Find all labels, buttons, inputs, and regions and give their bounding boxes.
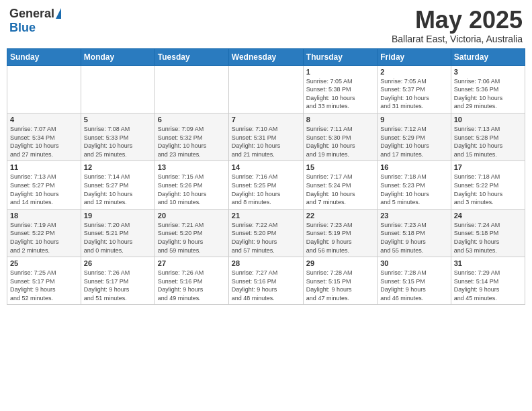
weekday-header-sunday: Sunday bbox=[7, 48, 81, 65]
day-info: Sunrise: 7:28 AM Sunset: 5:15 PM Dayligh… bbox=[306, 269, 374, 302]
weekday-header-tuesday: Tuesday bbox=[154, 48, 228, 65]
day-number: 20 bbox=[158, 212, 226, 220]
calendar-cell: 16Sunrise: 7:18 AM Sunset: 5:23 PM Dayli… bbox=[378, 161, 451, 209]
day-number: 7 bbox=[232, 116, 300, 124]
day-number: 24 bbox=[454, 212, 522, 220]
day-number: 25 bbox=[10, 259, 78, 267]
day-info: Sunrise: 7:12 AM Sunset: 5:29 PM Dayligh… bbox=[380, 125, 447, 158]
calendar-cell: 11Sunrise: 7:13 AM Sunset: 5:27 PM Dayli… bbox=[7, 161, 81, 209]
calendar-cell: 19Sunrise: 7:20 AM Sunset: 5:21 PM Dayli… bbox=[81, 209, 154, 257]
calendar-cell: 31Sunrise: 7:29 AM Sunset: 5:14 PM Dayli… bbox=[451, 257, 525, 305]
calendar-cell bbox=[154, 65, 228, 113]
day-info: Sunrise: 7:23 AM Sunset: 5:18 PM Dayligh… bbox=[380, 221, 447, 255]
title-area: May 2025 Ballarat East, Victoria, Austra… bbox=[392, 7, 523, 44]
calendar-cell: 8Sunrise: 7:11 AM Sunset: 5:30 PM Daylig… bbox=[303, 113, 377, 161]
calendar-week-row: 11Sunrise: 7:13 AM Sunset: 5:27 PM Dayli… bbox=[7, 161, 525, 209]
day-info: Sunrise: 7:07 AM Sunset: 5:34 PM Dayligh… bbox=[10, 125, 78, 158]
day-info: Sunrise: 7:14 AM Sunset: 5:27 PM Dayligh… bbox=[84, 173, 152, 206]
weekday-header-monday: Monday bbox=[81, 48, 154, 65]
calendar-cell: 20Sunrise: 7:21 AM Sunset: 5:20 PM Dayli… bbox=[154, 209, 228, 257]
calendar-cell: 9Sunrise: 7:12 AM Sunset: 5:29 PM Daylig… bbox=[378, 113, 451, 161]
calendar-week-row: 18Sunrise: 7:19 AM Sunset: 5:22 PM Dayli… bbox=[7, 209, 525, 257]
day-number: 30 bbox=[380, 259, 447, 267]
calendar-cell bbox=[7, 65, 81, 113]
calendar-cell: 21Sunrise: 7:22 AM Sunset: 5:20 PM Dayli… bbox=[228, 209, 303, 257]
weekday-header-saturday: Saturday bbox=[451, 48, 525, 65]
calendar-week-row: 25Sunrise: 7:25 AM Sunset: 5:17 PM Dayli… bbox=[7, 257, 525, 305]
calendar-week-row: 1Sunrise: 7:05 AM Sunset: 5:38 PM Daylig… bbox=[7, 65, 525, 113]
calendar-cell: 26Sunrise: 7:26 AM Sunset: 5:17 PM Dayli… bbox=[81, 257, 154, 305]
day-number: 22 bbox=[306, 212, 374, 220]
day-number: 8 bbox=[306, 116, 374, 124]
day-info: Sunrise: 7:18 AM Sunset: 5:23 PM Dayligh… bbox=[380, 173, 447, 206]
day-info: Sunrise: 7:15 AM Sunset: 5:26 PM Dayligh… bbox=[158, 173, 226, 206]
calendar-cell: 5Sunrise: 7:08 AM Sunset: 5:33 PM Daylig… bbox=[81, 113, 154, 161]
logo: General Blue bbox=[9, 7, 61, 35]
day-info: Sunrise: 7:29 AM Sunset: 5:14 PM Dayligh… bbox=[454, 269, 522, 302]
logo-blue-text: Blue bbox=[9, 21, 36, 35]
day-number: 23 bbox=[380, 212, 447, 220]
calendar-cell: 13Sunrise: 7:15 AM Sunset: 5:26 PM Dayli… bbox=[154, 161, 228, 209]
day-number: 28 bbox=[232, 259, 300, 267]
calendar-cell: 3Sunrise: 7:06 AM Sunset: 5:36 PM Daylig… bbox=[451, 65, 525, 113]
calendar-cell: 4Sunrise: 7:07 AM Sunset: 5:34 PM Daylig… bbox=[7, 113, 81, 161]
calendar-cell: 12Sunrise: 7:14 AM Sunset: 5:27 PM Dayli… bbox=[81, 161, 154, 209]
day-number: 2 bbox=[380, 68, 447, 76]
day-info: Sunrise: 7:24 AM Sunset: 5:18 PM Dayligh… bbox=[454, 221, 522, 255]
calendar-cell bbox=[228, 65, 303, 113]
calendar-cell: 6Sunrise: 7:09 AM Sunset: 5:32 PM Daylig… bbox=[154, 113, 228, 161]
day-info: Sunrise: 7:05 AM Sunset: 5:37 PM Dayligh… bbox=[380, 77, 447, 111]
day-info: Sunrise: 7:28 AM Sunset: 5:15 PM Dayligh… bbox=[380, 269, 447, 302]
day-number: 9 bbox=[380, 116, 447, 124]
day-number: 16 bbox=[380, 163, 447, 171]
day-info: Sunrise: 7:26 AM Sunset: 5:16 PM Dayligh… bbox=[158, 269, 226, 302]
day-info: Sunrise: 7:13 AM Sunset: 5:27 PM Dayligh… bbox=[10, 173, 78, 206]
day-number: 18 bbox=[10, 212, 78, 220]
day-number: 13 bbox=[158, 163, 226, 171]
day-info: Sunrise: 7:20 AM Sunset: 5:21 PM Dayligh… bbox=[84, 221, 152, 255]
calendar-week-row: 4Sunrise: 7:07 AM Sunset: 5:34 PM Daylig… bbox=[7, 113, 525, 161]
day-info: Sunrise: 7:13 AM Sunset: 5:28 PM Dayligh… bbox=[454, 125, 522, 158]
calendar-cell: 7Sunrise: 7:10 AM Sunset: 5:31 PM Daylig… bbox=[228, 113, 303, 161]
day-number: 26 bbox=[84, 259, 152, 267]
day-info: Sunrise: 7:16 AM Sunset: 5:25 PM Dayligh… bbox=[232, 173, 300, 206]
calendar-cell: 1Sunrise: 7:05 AM Sunset: 5:38 PM Daylig… bbox=[303, 65, 377, 113]
day-number: 31 bbox=[454, 259, 522, 267]
weekday-header-wednesday: Wednesday bbox=[228, 48, 303, 65]
weekday-header-row: SundayMondayTuesdayWednesdayThursdayFrid… bbox=[7, 48, 525, 65]
calendar-cell: 30Sunrise: 7:28 AM Sunset: 5:15 PM Dayli… bbox=[378, 257, 451, 305]
day-info: Sunrise: 7:18 AM Sunset: 5:22 PM Dayligh… bbox=[454, 173, 522, 206]
day-number: 1 bbox=[306, 68, 374, 76]
day-number: 17 bbox=[454, 163, 522, 171]
day-number: 11 bbox=[10, 163, 78, 171]
day-info: Sunrise: 7:06 AM Sunset: 5:36 PM Dayligh… bbox=[454, 77, 522, 111]
day-number: 10 bbox=[454, 116, 522, 124]
calendar-cell: 25Sunrise: 7:25 AM Sunset: 5:17 PM Dayli… bbox=[7, 257, 81, 305]
day-info: Sunrise: 7:27 AM Sunset: 5:16 PM Dayligh… bbox=[232, 269, 300, 302]
day-number: 19 bbox=[84, 212, 152, 220]
day-number: 29 bbox=[306, 259, 374, 267]
month-title: May 2025 bbox=[392, 7, 523, 34]
calendar-cell: 2Sunrise: 7:05 AM Sunset: 5:37 PM Daylig… bbox=[378, 65, 451, 113]
calendar-cell: 15Sunrise: 7:17 AM Sunset: 5:24 PM Dayli… bbox=[303, 161, 377, 209]
day-info: Sunrise: 7:17 AM Sunset: 5:24 PM Dayligh… bbox=[306, 173, 374, 206]
day-number: 27 bbox=[158, 259, 226, 267]
day-info: Sunrise: 7:26 AM Sunset: 5:17 PM Dayligh… bbox=[84, 269, 152, 302]
weekday-header-thursday: Thursday bbox=[303, 48, 377, 65]
day-info: Sunrise: 7:08 AM Sunset: 5:33 PM Dayligh… bbox=[84, 125, 152, 158]
day-number: 6 bbox=[158, 116, 226, 124]
calendar-cell: 27Sunrise: 7:26 AM Sunset: 5:16 PM Dayli… bbox=[154, 257, 228, 305]
calendar-cell: 10Sunrise: 7:13 AM Sunset: 5:28 PM Dayli… bbox=[451, 113, 525, 161]
day-info: Sunrise: 7:11 AM Sunset: 5:30 PM Dayligh… bbox=[306, 125, 374, 158]
page-header: General Blue May 2025 Ballarat East, Vic… bbox=[7, 7, 525, 44]
day-info: Sunrise: 7:09 AM Sunset: 5:32 PM Dayligh… bbox=[158, 125, 226, 158]
calendar-cell: 14Sunrise: 7:16 AM Sunset: 5:25 PM Dayli… bbox=[228, 161, 303, 209]
day-info: Sunrise: 7:23 AM Sunset: 5:19 PM Dayligh… bbox=[306, 221, 374, 255]
calendar-cell: 23Sunrise: 7:23 AM Sunset: 5:18 PM Dayli… bbox=[378, 209, 451, 257]
location-label: Ballarat East, Victoria, Australia bbox=[392, 34, 523, 44]
day-number: 5 bbox=[84, 116, 152, 124]
day-info: Sunrise: 7:05 AM Sunset: 5:38 PM Dayligh… bbox=[306, 77, 374, 111]
day-info: Sunrise: 7:21 AM Sunset: 5:20 PM Dayligh… bbox=[158, 221, 226, 255]
day-number: 14 bbox=[232, 163, 300, 171]
calendar-table: SundayMondayTuesdayWednesdayThursdayFrid… bbox=[7, 48, 525, 306]
